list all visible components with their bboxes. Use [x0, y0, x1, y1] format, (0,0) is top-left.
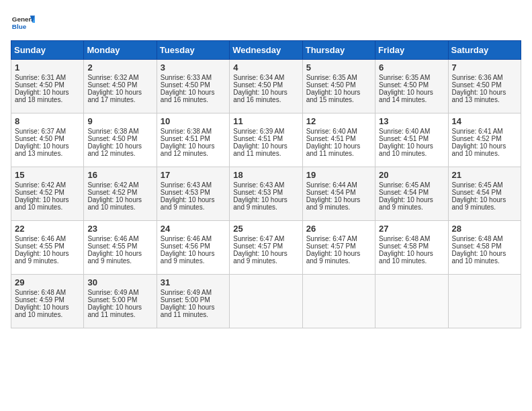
day-info: Sunset: 4:50 PM [15, 135, 80, 142]
day-info: Sunset: 4:50 PM [306, 81, 371, 89]
day-info: Sunrise: 6:47 AM [233, 235, 298, 242]
day-info: Daylight: 10 hours [15, 304, 80, 311]
day-number: 24 [161, 224, 226, 234]
calendar-cell: 8Sunrise: 6:37 AMSunset: 4:50 PMDaylight… [11, 113, 84, 167]
calendar-week-row: 29Sunrise: 6:48 AMSunset: 4:59 PMDayligh… [11, 275, 521, 328]
day-info: Daylight: 10 hours [379, 89, 444, 96]
day-info: and 11 minutes. [161, 311, 226, 318]
day-info: Sunset: 4:52 PM [452, 135, 517, 142]
day-number: 16 [87, 170, 152, 180]
day-info: Sunset: 4:52 PM [15, 189, 80, 196]
day-info: Sunset: 4:50 PM [379, 81, 444, 89]
day-info: Sunset: 4:53 PM [233, 189, 298, 196]
calendar-table: SundayMondayTuesdayWednesdayThursdayFrid… [11, 40, 521, 328]
day-info: Sunrise: 6:40 AM [379, 128, 444, 135]
calendar-cell: 13Sunrise: 6:40 AMSunset: 4:51 PMDayligh… [375, 113, 448, 167]
col-header-saturday: Saturday [448, 41, 521, 60]
col-header-tuesday: Tuesday [157, 41, 229, 60]
day-info: Sunset: 4:51 PM [306, 135, 371, 142]
day-info: and 17 minutes. [87, 96, 152, 103]
calendar-week-row: 8Sunrise: 6:37 AMSunset: 4:50 PMDaylight… [11, 113, 521, 167]
day-info: Daylight: 10 hours [15, 89, 80, 96]
day-info: Sunrise: 6:49 AM [161, 289, 226, 296]
day-info: and 14 minutes. [379, 96, 444, 103]
day-info: and 13 minutes. [452, 96, 517, 103]
logo: General Blue [11, 11, 35, 35]
day-info: Sunrise: 6:42 AM [15, 181, 80, 189]
day-info: Daylight: 10 hours [233, 142, 298, 150]
day-number: 27 [379, 224, 444, 234]
day-info: Sunrise: 6:45 AM [452, 181, 517, 189]
day-info: Daylight: 10 hours [15, 196, 80, 203]
calendar-cell: 6Sunrise: 6:35 AMSunset: 4:50 PMDaylight… [375, 60, 448, 113]
calendar-cell: 24Sunrise: 6:46 AMSunset: 4:56 PMDayligh… [157, 221, 229, 275]
day-info: Daylight: 10 hours [15, 142, 80, 150]
day-number: 9 [87, 116, 152, 126]
day-info: Sunset: 4:50 PM [452, 81, 517, 89]
calendar-cell: 12Sunrise: 6:40 AMSunset: 4:51 PMDayligh… [302, 113, 375, 167]
day-info: Sunrise: 6:44 AM [306, 181, 371, 189]
day-info: Sunrise: 6:39 AM [233, 128, 298, 135]
day-info: Sunrise: 6:35 AM [379, 74, 444, 81]
day-info: Sunrise: 6:33 AM [161, 74, 226, 81]
day-number: 29 [15, 277, 80, 287]
day-info: Daylight: 10 hours [379, 142, 444, 150]
day-info: and 10 minutes. [379, 257, 444, 265]
day-info: Sunset: 4:54 PM [306, 189, 371, 196]
day-number: 14 [452, 116, 517, 126]
day-info: Sunrise: 6:42 AM [87, 181, 152, 189]
day-info: and 9 minutes. [452, 203, 517, 211]
calendar-cell: 14Sunrise: 6:41 AMSunset: 4:52 PMDayligh… [448, 113, 521, 167]
page-header: General Blue [11, 11, 521, 35]
day-info: Daylight: 10 hours [233, 89, 298, 96]
calendar-cell: 5Sunrise: 6:35 AMSunset: 4:50 PMDaylight… [302, 60, 375, 113]
day-info: and 10 minutes. [15, 311, 80, 318]
col-header-thursday: Thursday [302, 41, 375, 60]
day-info: and 12 minutes. [87, 150, 152, 157]
calendar-header-row: SundayMondayTuesdayWednesdayThursdayFrid… [11, 41, 521, 60]
day-info: Daylight: 10 hours [306, 142, 371, 150]
day-number: 7 [452, 62, 517, 73]
day-info: and 12 minutes. [161, 150, 226, 157]
day-info: Sunrise: 6:48 AM [452, 235, 517, 242]
calendar-cell: 7Sunrise: 6:36 AMSunset: 4:50 PMDaylight… [448, 60, 521, 113]
day-info: Daylight: 10 hours [87, 89, 152, 96]
svg-text:Blue: Blue [12, 23, 27, 30]
day-info: Daylight: 10 hours [306, 89, 371, 96]
day-number: 3 [161, 62, 226, 73]
calendar-cell: 22Sunrise: 6:46 AMSunset: 4:55 PMDayligh… [11, 221, 84, 275]
day-info: Sunrise: 6:35 AM [306, 74, 371, 81]
day-info: Sunset: 4:57 PM [306, 242, 371, 250]
day-number: 15 [15, 170, 80, 180]
day-info: Sunrise: 6:38 AM [161, 128, 226, 135]
day-info: Daylight: 10 hours [306, 250, 371, 257]
day-info: Sunset: 4:56 PM [161, 242, 226, 250]
calendar-cell: 17Sunrise: 6:43 AMSunset: 4:53 PMDayligh… [157, 167, 229, 221]
day-info: Daylight: 10 hours [452, 250, 517, 257]
day-info: and 15 minutes. [306, 96, 371, 103]
calendar-cell [375, 275, 448, 328]
day-number: 5 [306, 62, 371, 73]
day-number: 31 [161, 277, 226, 287]
day-info: and 11 minutes. [233, 150, 298, 157]
day-info: Sunrise: 6:37 AM [15, 128, 80, 135]
day-info: and 9 minutes. [379, 203, 444, 211]
calendar-week-row: 22Sunrise: 6:46 AMSunset: 4:55 PMDayligh… [11, 221, 521, 275]
day-info: Daylight: 10 hours [161, 250, 226, 257]
day-info: Daylight: 10 hours [233, 250, 298, 257]
day-number: 22 [15, 224, 80, 234]
day-info: Sunset: 5:00 PM [161, 296, 226, 304]
day-info: and 9 minutes. [306, 257, 371, 265]
day-info: Sunrise: 6:48 AM [15, 289, 80, 296]
day-info: Daylight: 10 hours [161, 142, 226, 150]
calendar-cell: 9Sunrise: 6:38 AMSunset: 4:50 PMDaylight… [84, 113, 157, 167]
day-info: and 10 minutes. [452, 257, 517, 265]
day-info: Sunset: 4:55 PM [15, 242, 80, 250]
day-info: Daylight: 10 hours [233, 196, 298, 203]
day-info: Daylight: 10 hours [161, 304, 226, 311]
day-number: 18 [233, 170, 298, 180]
day-info: Daylight: 10 hours [452, 142, 517, 150]
day-info: Sunrise: 6:45 AM [379, 181, 444, 189]
day-info: Sunrise: 6:40 AM [306, 128, 371, 135]
day-info: Sunset: 4:50 PM [15, 81, 80, 89]
